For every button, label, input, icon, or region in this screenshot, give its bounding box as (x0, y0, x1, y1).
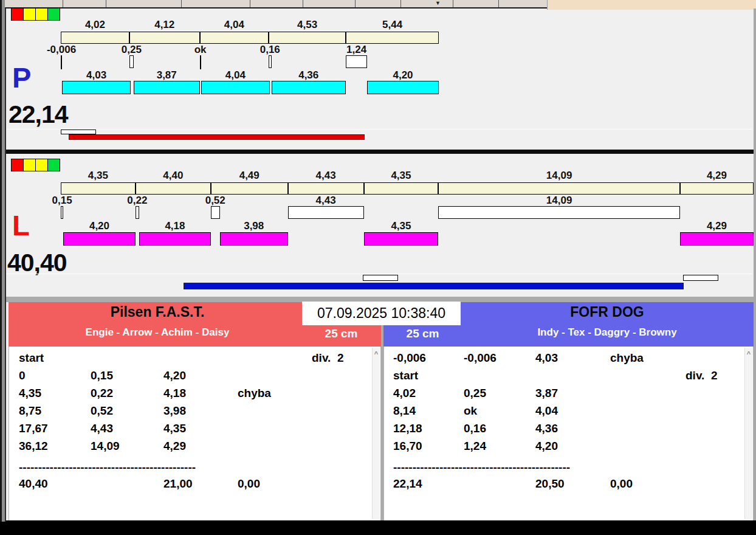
table-cell: 0,22 (91, 387, 113, 400)
change-label: 0,16 (242, 44, 297, 56)
table-cell: chyba (238, 387, 271, 400)
traffic-light-1 (23, 8, 36, 21)
lane-l-total-time: 40,40 (7, 250, 67, 275)
table-cell: 3,87 (535, 387, 558, 400)
split-label: 4,49 (211, 170, 288, 182)
table-total-row: 22,1420,500,00 (384, 477, 753, 495)
change-label: 0,52 (188, 195, 242, 207)
table-cell: 4,29 (163, 440, 186, 453)
split-bar (269, 32, 346, 44)
dog-run-bar (139, 232, 211, 246)
table-cell: chyba (610, 351, 644, 365)
split-label: 4,43 (288, 170, 364, 182)
traffic-light-3 (47, 159, 60, 171)
dog-run-label: 4,18 (139, 220, 211, 232)
dog-run-bar (62, 81, 131, 94)
dog-run-bar (272, 81, 346, 94)
table-cell: 0,00 (238, 477, 260, 491)
change-mark (136, 206, 139, 219)
table-cell: 4,04 (535, 404, 558, 418)
table-row: 00,154,20 (9, 369, 380, 387)
table-cell: 8,14 (393, 404, 416, 418)
table-cell: 22,14 (393, 477, 422, 491)
table-row: startdiv. 2 (384, 369, 753, 387)
team-members: Engie - Arrow - Achim - Daisy (9, 326, 306, 339)
table-cell: 4,36 (535, 422, 558, 435)
table-row: 8,14ok4,04 (384, 404, 753, 422)
table-cell: start (19, 351, 44, 365)
window-border-right (754, 9, 756, 520)
table-row: 36,1214,094,29 (9, 440, 380, 457)
split-bar (680, 182, 754, 195)
table-cell: 40,40 (19, 477, 48, 491)
change-mark (61, 206, 63, 219)
team-name: Pilsen F.A.S.T. (9, 304, 306, 320)
toolbar-separator (250, 0, 250, 7)
progress-bar (184, 283, 684, 289)
split-bar (438, 182, 680, 195)
change-mark (129, 55, 134, 68)
table-row: 8,750,523,98 (9, 404, 380, 422)
lane-p-panel: P 22,14 4,024,124,044,535,44-0,0060,25ok… (0, 8, 756, 150)
progress-bar (69, 134, 365, 140)
split-bar (346, 32, 439, 44)
table-cell: 0,16 (464, 422, 486, 435)
change-label: 14,09 (532, 195, 586, 207)
table-cell: 4,18 (163, 387, 186, 400)
change-mark (61, 55, 62, 69)
table-cell: 4,35 (163, 422, 186, 435)
change-label: 4,43 (298, 195, 353, 207)
split-bar (288, 182, 364, 195)
progress-marker (61, 129, 96, 134)
table-cell: div. 2 (312, 351, 343, 365)
change-label: 0,25 (104, 44, 159, 56)
table-row: 12,180,164,36 (384, 422, 753, 440)
team-name: FOFR DOG (461, 304, 754, 320)
split-label: 5,44 (346, 19, 439, 31)
dog-run-label: 4,03 (62, 69, 131, 81)
jump-height-badge: 25 cm (309, 327, 373, 340)
traffic-light-2 (35, 8, 48, 21)
split-label: 4,04 (200, 19, 269, 31)
table-cell: 21,00 (163, 477, 193, 491)
lane-p-letter: P (12, 64, 31, 92)
dog-run-bar (367, 81, 439, 94)
jump-height-badge: 25 cm (391, 327, 455, 340)
toolbar-separator (106, 0, 106, 7)
dog-run-label: 4,04 (201, 69, 270, 81)
progress-marker (683, 275, 718, 281)
results-table-left: ^ startdiv. 200,154,204,350,224,18chyba8… (9, 347, 381, 520)
table-cell: 16,70 (393, 440, 422, 453)
datetime-display: 07.09.2025 10:38:40 (302, 302, 461, 325)
table-cell: 14,09 (91, 440, 120, 453)
change-mark (200, 55, 201, 69)
dog-run-bar (364, 232, 439, 246)
table-cell: 4,43 (91, 422, 113, 435)
toolbar-separator (453, 0, 453, 7)
split-bar (211, 182, 288, 195)
split-label: 4,40 (136, 170, 211, 182)
split-label: 4,53 (269, 19, 346, 31)
table-cell: div. 2 (686, 369, 717, 382)
dropdown-arrow-icon[interactable]: ▼ (435, 0, 441, 6)
dog-run-label: 3,87 (134, 69, 200, 81)
dog-run-label: 4,20 (63, 220, 136, 232)
results-table-right: ^ -0,006-0,0064,03chybastartdiv. 24,020,… (383, 347, 754, 520)
split-bar (364, 182, 439, 195)
toolbar-separator (303, 0, 303, 7)
table-row: 4,350,224,18chyba (9, 387, 380, 404)
table-cell: ok (464, 404, 477, 418)
dog-run-bar (134, 81, 200, 94)
change-mark (211, 206, 220, 219)
table-cell: 20,50 (535, 477, 565, 491)
table-cell: 0,15 (91, 369, 113, 382)
table-row: startdiv. 2 (9, 351, 380, 369)
toolbar-separator (355, 0, 356, 7)
table-cell: 36,12 (19, 440, 48, 453)
table-cell: -0,006 (393, 351, 426, 365)
table-cell: 0,52 (91, 404, 113, 418)
table-cell: 1,24 (464, 440, 486, 453)
table-row: -0,006-0,0064,03chyba (384, 351, 753, 369)
toolbar-separator (400, 0, 401, 7)
table-cell: 4,03 (535, 351, 558, 365)
